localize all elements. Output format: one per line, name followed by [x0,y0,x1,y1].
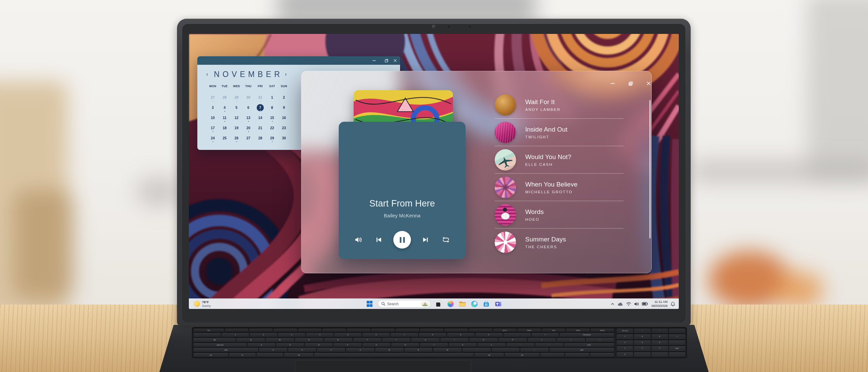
search-input[interactable]: Search [378,300,431,308]
calendar-day[interactable]: 19 [231,123,242,133]
key-esc: esc [194,329,224,332]
calendar-day[interactable]: 26 [231,133,242,143]
hidden-icons-button[interactable] [610,302,615,306]
restore-icon [385,59,388,62]
calendar-day[interactable]: 28 [254,133,266,143]
calendar-month-title: NOVEMBER [207,70,290,79]
key-d: D [305,343,333,347]
calendar-day[interactable]: 29 [231,92,242,102]
file-explorer-button[interactable] [459,300,466,308]
calendar-day[interactable]: 28 [219,92,231,102]
calendar-day[interactable]: 3 [207,102,219,113]
restore-icon [629,81,633,86]
key [565,353,589,357]
repeat-icon [442,236,450,243]
calendar-day[interactable]: 16 [278,113,290,123]
playlist-scrollbar[interactable] [649,100,651,238]
calendar-day[interactable]: 1 [266,92,278,102]
pause-button[interactable] [393,231,411,249]
playlist-song-title: Summer Days [525,236,566,243]
key-0: 0 [475,333,502,337]
calendar-day[interactable]: 23 [278,123,290,133]
calendar-day[interactable]: 2 [278,92,290,102]
calendar-close-button[interactable] [391,58,399,63]
task-view-button[interactable] [435,300,442,308]
teams-button[interactable] [494,300,502,308]
calendar-day-header: MON [207,82,219,90]
calendar-titlebar[interactable] [197,56,400,65]
calendar-day[interactable]: 8 [266,102,278,113]
key [298,329,321,332]
volume-button[interactable] [354,235,363,244]
key [396,329,419,332]
key-y: Y [382,338,410,342]
search-highlight-image [420,301,429,307]
battery-button[interactable] [642,302,648,306]
copilot-button[interactable] [447,300,454,308]
calendar-day[interactable]: 6 [242,102,254,113]
onedrive-button[interactable] [617,302,623,306]
lotus-icon [421,301,428,306]
calendar-day[interactable]: 24 [207,133,219,143]
album-thumb [495,204,516,226]
calendar-day[interactable]: 13 [242,113,254,123]
calendar-day[interactable]: 11 [219,113,231,123]
calendar-day[interactable]: 27 [207,92,219,102]
playlist-item[interactable]: Inside And OutTWILIGHT [495,119,624,146]
calendar-day-header: TUE [219,82,231,90]
key-m: M [433,348,461,352]
start-button[interactable] [366,300,373,308]
key-i: I [440,338,469,342]
wifi-button[interactable] [626,302,631,306]
weather-widget[interactable]: 78°F Sunny [194,299,211,309]
volume-tray-button[interactable] [634,302,639,306]
microsoft-store-button[interactable] [482,300,490,308]
calendar-day[interactable]: 9 [278,102,290,113]
numpad-key-8: 8 [634,334,650,339]
calendar-day[interactable]: 10 [207,113,219,123]
calendar-day[interactable]: 30 [278,133,290,143]
calendar-day[interactable]: 12 [231,113,242,123]
calendar-day[interactable]: 17 [207,123,219,133]
clock[interactable]: 11:11 AM 06/03/2025 [651,300,668,308]
playlist-item[interactable]: When You BelieveMICHELLE GROTTO [495,174,624,201]
previous-track-button[interactable] [375,236,382,243]
notifications-button[interactable] [670,301,675,307]
calendar-day[interactable]: 29 [266,133,278,143]
calendar-restore-button[interactable] [383,58,390,63]
calendar-day[interactable]: 30 [242,92,254,102]
calendar-day[interactable]: 18 [219,123,231,133]
music-restore-button[interactable] [626,80,635,87]
key-w: W [266,338,294,342]
edge-button[interactable] [471,300,478,308]
playlist-item[interactable]: Wait For ItANDY LAMBER [495,91,624,119]
calendar-day[interactable]: 5 [231,102,242,113]
keyboard: escprt schomeendinsertdelete`1234567890-… [192,327,687,358]
playlist-item[interactable]: Summer DaysTHE CHEERS [495,229,624,256]
calendar-day[interactable]: 20 [242,123,254,133]
calendar-day[interactable]: 4 [219,102,231,113]
key--: . [492,348,520,352]
playlist-song-title: When You Believe [525,181,577,188]
music-minimize-button[interactable] [608,80,617,87]
calendar-minimize-button[interactable] [370,58,378,63]
calendar-grid: MONTUEWEDTHUFRISATSUN2728293031123456789… [207,82,290,143]
calendar-next-month-button[interactable]: › [282,71,290,78]
calendar-day[interactable]: 14 [254,113,266,123]
calendar-day[interactable]: 31 [254,92,266,102]
calendar-day[interactable]: 22 [266,123,278,133]
playlist-item[interactable]: Would You Not?ELLE CASH [495,146,624,174]
repeat-button[interactable] [442,236,450,244]
next-track-button[interactable] [422,236,429,243]
calendar-day[interactable]: 21 [254,123,266,133]
playlist-song-title: Would You Not? [525,153,571,161]
calendar-day[interactable]: 15 [266,113,278,123]
playlist-item[interactable]: WordsHOEO [495,201,624,229]
calendar-selected-day[interactable]: 7 [254,102,266,113]
sunny-icon [194,301,200,307]
music-close-button[interactable] [644,80,653,87]
key-e: E [295,338,323,342]
numpad-key-0: 0 [617,352,633,357]
calendar-day[interactable]: 27 [242,133,254,143]
calendar-day[interactable]: 25 [219,133,231,143]
